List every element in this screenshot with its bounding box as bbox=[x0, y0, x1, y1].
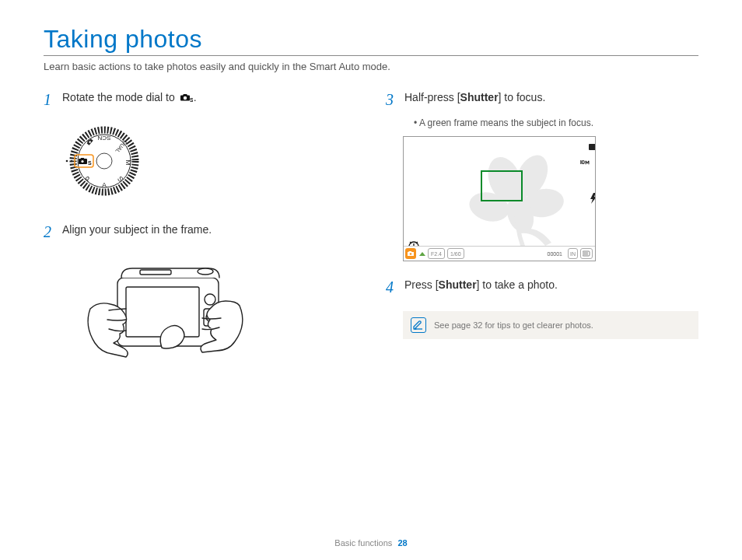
svg-rect-20 bbox=[140, 270, 171, 275]
focus-ok-icon bbox=[419, 252, 425, 256]
title-rule bbox=[44, 55, 698, 56]
step-1-text: Rotate the mode dial to S. bbox=[62, 88, 197, 106]
svg-text:S: S bbox=[190, 97, 193, 103]
svg-point-4 bbox=[96, 153, 112, 169]
svg-point-12 bbox=[66, 160, 68, 163]
step-4-post: ] to take a photo. bbox=[477, 278, 558, 291]
step-2-number: 2 bbox=[44, 220, 62, 243]
svg-point-15 bbox=[81, 160, 83, 163]
step-1-post: . bbox=[194, 91, 197, 103]
footer-page-number: 28 bbox=[397, 538, 407, 548]
svg-text:A: A bbox=[102, 181, 107, 189]
step-3-number: 3 bbox=[386, 88, 404, 111]
step-3: 3 Half-press [Shutter] to focus. bbox=[386, 88, 698, 111]
resolution-icon: I0ᴍ bbox=[580, 159, 589, 166]
shutter-value: 1/60 bbox=[447, 248, 464, 259]
step-3-bullet: A green frame means the subject in focus… bbox=[414, 117, 698, 128]
svg-text:S: S bbox=[88, 160, 92, 166]
lcd-preview: I0ᴍ A F2.4 1/60 00001 bbox=[403, 136, 596, 261]
svg-text:SCN: SCN bbox=[97, 135, 110, 142]
note-icon bbox=[411, 317, 426, 333]
tip-box: See page 32 for tips to get clearer phot… bbox=[403, 311, 698, 339]
footer-section: Basic functions bbox=[334, 538, 392, 548]
svg-point-29 bbox=[508, 187, 527, 205]
step-2: 2 Align your subject in the frame. bbox=[44, 220, 355, 243]
step-3-text: Half-press [Shutter] to focus. bbox=[404, 88, 545, 106]
svg-point-13 bbox=[71, 160, 73, 163]
page-subtitle: Learn basic actions to take photos easil… bbox=[44, 61, 698, 72]
step-4-text: Press [Shutter] to take a photo. bbox=[404, 275, 558, 293]
step-4-number: 4 bbox=[386, 275, 404, 299]
storage-indicator: IN bbox=[568, 248, 578, 259]
page-footer: Basic functions 28 bbox=[0, 538, 742, 548]
step-4-bold: Shutter bbox=[439, 278, 477, 291]
svg-text:M: M bbox=[124, 159, 132, 166]
camera-s-mode-icon: S bbox=[179, 92, 193, 103]
svg-point-0 bbox=[183, 96, 186, 100]
step-3-bold: Shutter bbox=[460, 91, 499, 103]
mode-dial-figure: SCN DUAL M S A P S bbox=[62, 122, 355, 203]
page-title: Taking photos bbox=[44, 25, 698, 54]
frame-counter: 00001 bbox=[548, 251, 562, 257]
svg-rect-18 bbox=[126, 287, 199, 337]
tip-text: See page 32 for tips to get clearer phot… bbox=[434, 320, 593, 330]
svg-point-21 bbox=[205, 294, 215, 305]
svg-point-34 bbox=[410, 253, 412, 255]
step-3-pre: Half-press [ bbox=[404, 91, 460, 103]
mode-indicator-icon bbox=[405, 248, 416, 259]
step-1-number: 1 bbox=[44, 88, 62, 111]
step-1: 1 Rotate the mode dial to S. bbox=[44, 88, 355, 111]
svg-rect-31 bbox=[589, 144, 595, 150]
step-2-text: Align your subject in the frame. bbox=[62, 220, 212, 238]
step-4-pre: Press [ bbox=[404, 278, 439, 291]
svg-point-19 bbox=[198, 268, 213, 275]
step-4: 4 Press [Shutter] to take a photo. bbox=[386, 275, 698, 299]
step-3-post: ] to focus. bbox=[499, 91, 546, 103]
step-1-pre: Rotate the mode dial to bbox=[62, 91, 178, 103]
aperture-value: F2.4 bbox=[428, 248, 445, 259]
card-icon bbox=[580, 248, 593, 259]
camera-hold-figure bbox=[75, 254, 355, 374]
lcd-status-bar: F2.4 1/60 00001 IN bbox=[404, 246, 595, 261]
